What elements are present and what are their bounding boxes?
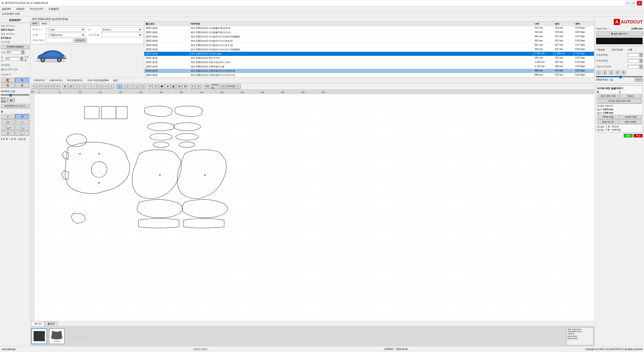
- cut-mode-half[interactable]: ○ 반 컷: [9, 137, 16, 141]
- tab-base-data[interactable]: 기본데이터: [31, 78, 47, 83]
- draw-redo[interactable]: ↪: [49, 84, 54, 89]
- pattern-rect2[interactable]: [101, 106, 116, 119]
- pattern-circle-cutout[interactable]: [91, 162, 107, 177]
- table-row[interactable]: [2022-현재] 벤츠 EQE(1세대) 전면윈드쉴드 1,401 mm 1,…: [144, 52, 594, 56]
- table-row[interactable]: [2022-현재] 벤츠 EQE(1세대) 도어팝플주변(조수석) 314 mm…: [144, 30, 594, 35]
- tool-zoom-out[interactable]: 🔍-: [15, 125, 29, 130]
- pattern-small2[interactable]: [62, 151, 68, 159]
- model-checkbox[interactable]: [46, 33, 48, 36]
- speed-up[interactable]: ▲: [640, 64, 643, 67]
- num-btn-4[interactable]: 4: [615, 70, 620, 74]
- maximize-button[interactable]: □: [631, 1, 636, 6]
- pattern-oval5[interactable]: [176, 133, 198, 140]
- y-spin-down[interactable]: ▼: [20, 59, 24, 61]
- search-button[interactable]: 패턴검색: [74, 38, 86, 42]
- all-delete-btn[interactable]: 모아둔 파턴 전부 삭제: [597, 99, 642, 103]
- pattern-bot-right[interactable]: [184, 219, 224, 228]
- draw-rotate-ccw[interactable]: ↺: [147, 84, 153, 89]
- fix-checkbox[interactable]: ☐고정: [24, 56, 29, 62]
- table-row[interactable]: [2022-현재] 벤츠 EQE(1세대) 프론트범퍼사이드(운전석) 899 …: [144, 69, 594, 73]
- draw-no[interactable]: ⊘: [196, 84, 201, 89]
- model-select[interactable]: EQE(1세대): [49, 33, 85, 37]
- tab-settings[interactable]: 설정: [111, 78, 120, 83]
- table-row[interactable]: [2022-현재] 벤츠 EQE(1세대) 프론트범퍼그릴 1,112 mm 3…: [144, 65, 594, 69]
- more-btn[interactable]: 더보기: [634, 78, 643, 82]
- next-view-btn[interactable]: ▶|: [8, 97, 15, 102]
- table-row[interactable]: [2022-현재] 벤츠 EQE(1세대) 리어범퍼사이드(운전석/분할형) 9…: [144, 35, 594, 39]
- pattern-bot-left[interactable]: [138, 219, 179, 228]
- tool-speech[interactable]: 💬: [15, 131, 29, 136]
- tool-rotate[interactable]: ↻: [15, 78, 29, 83]
- keyword-input[interactable]: [46, 38, 72, 42]
- num-btn-5[interactable]: 5: [621, 70, 626, 74]
- pattern-oval1[interactable]: [66, 134, 87, 146]
- num-btn-3[interactable]: 3: [609, 70, 613, 74]
- tool-zoom-in[interactable]: 🔍+: [1, 125, 15, 130]
- minimize-button[interactable]: —: [625, 1, 630, 6]
- pattern-rect1[interactable]: [84, 106, 99, 119]
- draw-line[interactable]: —: [103, 84, 108, 89]
- table-row[interactable]: [2022-현재] 벤츠 EQE(1세대) 도어팝플주변(운전석) 314 mm…: [144, 26, 594, 30]
- tool-tag[interactable]: ◇: [1, 131, 15, 136]
- draw-pipe[interactable]: |: [109, 84, 114, 89]
- tab-review[interactable]: 리뷰·수정요청및Q&A: [85, 78, 110, 83]
- return-up[interactable]: ▲: [640, 58, 643, 61]
- table-row[interactable]: [2022-현재] 벤츠 EQE(1세대) 프론트범퍼사이드(조수석) 899 …: [144, 73, 594, 77]
- pc-save-btn[interactable]: PC에 저장: [597, 115, 619, 119]
- tab-editor[interactable]: 에디터: [31, 321, 44, 326]
- pattern-oval6[interactable]: [153, 142, 169, 147]
- pattern-grill-top1[interactable]: [144, 106, 172, 117]
- pressure-down[interactable]: ▼: [640, 55, 643, 57]
- draw-select[interactable]: ↖: [31, 84, 37, 89]
- canvas-area[interactable]: [35, 94, 594, 321]
- draw-rotate-cw[interactable]: ↻: [153, 84, 158, 89]
- draw-paste[interactable]: ⬚: [74, 84, 79, 89]
- return-pressure-input[interactable]: 40: [628, 59, 639, 62]
- year-select[interactable]: 현재연도: [101, 27, 142, 32]
- pattern-rect3[interactable]: [116, 106, 127, 119]
- cut-mode-on[interactable]: ● 온 컷: [1, 137, 8, 141]
- draw-undo[interactable]: ↩: [43, 84, 48, 89]
- draw-cross[interactable]: ⊠: [176, 84, 182, 89]
- tab-plotter[interactable]: 플로터: [44, 321, 58, 326]
- table-row[interactable]: [2022-현재] 벤츠 EQE(1세대) 리어범퍼사이드(운전석) 925 m…: [144, 39, 594, 43]
- draw-rect2[interactable]: ▭: [122, 84, 128, 89]
- draw-rect[interactable]: □: [116, 84, 122, 89]
- pattern-grill-top2[interactable]: [175, 106, 203, 117]
- table-row[interactable]: [2022-현재] 벤츠 EQE(1세대) 트렁크상단하이그로시 1,202 m…: [144, 60, 594, 65]
- make-checkbox[interactable]: [46, 28, 48, 31]
- draw-inner-border[interactable]: 내국토팀: [225, 84, 235, 89]
- draw-grid2[interactable]: ⊞: [182, 84, 188, 89]
- pattern-bottom1[interactable]: [137, 199, 183, 218]
- menu-license[interactable]: 라이선스(Y): [29, 7, 44, 11]
- draw-plus[interactable]: ⊕: [165, 84, 170, 89]
- x-spin-down[interactable]: ▼: [22, 52, 24, 54]
- cut-mode-dotted[interactable]: ○ 점선컷: [17, 137, 26, 141]
- pattern-bottom2[interactable]: [182, 199, 228, 218]
- submodel-select[interactable]: [101, 33, 142, 37]
- tool-e[interactable]: E: [15, 83, 29, 88]
- menu-file[interactable]: 파일(X): [15, 7, 26, 11]
- tool-r[interactable]: R: [1, 83, 15, 88]
- close-button[interactable]: ✕: [637, 1, 642, 6]
- draw-circle[interactable]: ○: [128, 84, 134, 89]
- draw-dot[interactable]: •: [97, 84, 103, 89]
- draw-arrow[interactable]: →: [86, 84, 91, 89]
- pattern-oval3[interactable]: [174, 123, 200, 131]
- table-row[interactable]: [2022-현재] 벤츠 EQE(1세대) 충전구커버 201 mm 152 m…: [144, 56, 594, 60]
- pattern-front-bumper-right[interactable]: [177, 150, 226, 199]
- num-btn-2[interactable]: 2: [602, 70, 607, 74]
- cut-btn[interactable]: 자단산: [620, 94, 642, 98]
- tab-user-data[interactable]: 사용자데이터: [47, 78, 65, 83]
- pattern-bumper-rear-left[interactable]: [65, 142, 130, 194]
- pressure-up[interactable]: ▲: [640, 53, 643, 55]
- menu-help[interactable]: 도움말(Z): [48, 7, 60, 11]
- initial-view-btn[interactable]: 조기화연: [1, 97, 8, 102]
- recent-delete-btn[interactable]: 최근 파턴 삭제: [597, 94, 619, 98]
- pattern-oval4[interactable]: [150, 133, 172, 140]
- pattern-oval7[interactable]: [179, 142, 195, 147]
- pattern-print-btn[interactable]: 파턴 프린트: [620, 120, 642, 124]
- x-input[interactable]: [7, 51, 20, 54]
- all-cut-button[interactable]: 전체확대목(출컷): [1, 44, 29, 49]
- draw-hex[interactable]: ⬡: [140, 84, 145, 89]
